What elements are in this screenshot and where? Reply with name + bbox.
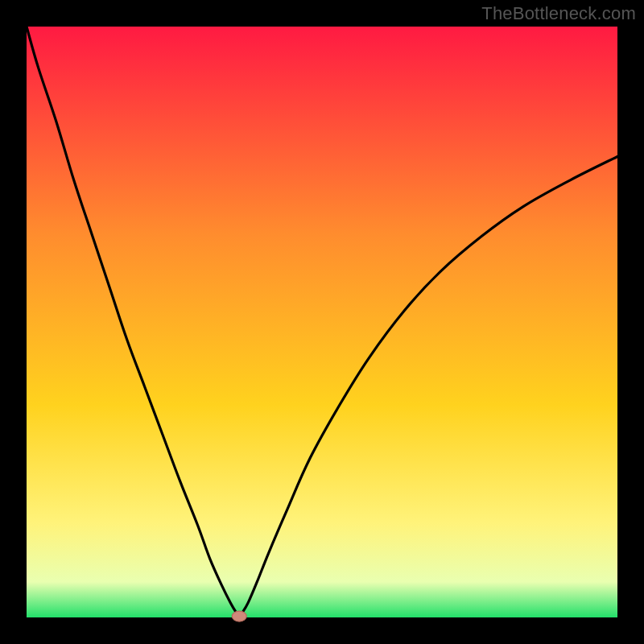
- bottleneck-chart: [0, 0, 644, 644]
- watermark-text: TheBottleneck.com: [481, 3, 636, 24]
- minimum-marker: [232, 611, 246, 621]
- chart-stage: TheBottleneck.com: [0, 0, 644, 644]
- plot-background: [27, 27, 617, 617]
